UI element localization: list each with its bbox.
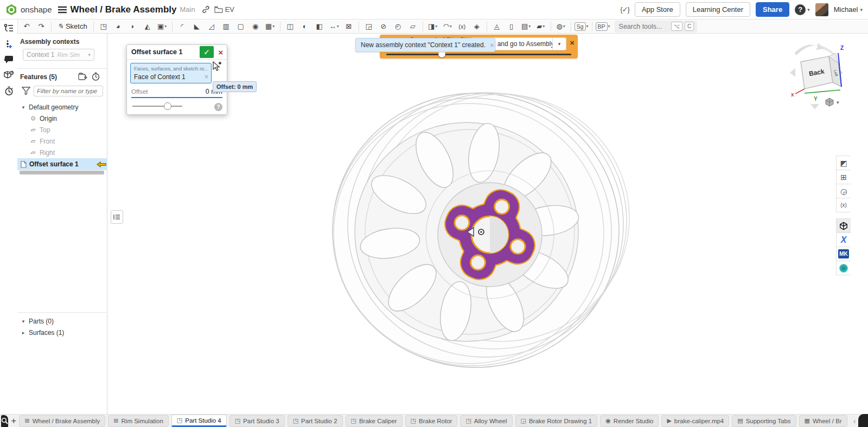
learning-center-button[interactable]: Learning Center [686, 2, 750, 17]
link-icon[interactable] [202, 5, 210, 14]
move-face-icon[interactable]: ◲ [362, 21, 376, 33]
feature-history-icon[interactable] [91, 72, 100, 81]
mirror-icon[interactable]: ◫ [283, 21, 297, 33]
xometry-app-icon[interactable]: X [836, 232, 851, 247]
tree-item-front-plane[interactable]: ▱ Front [17, 135, 119, 147]
share-button[interactable]: Share [756, 2, 789, 17]
thicken-icon[interactable]: ▣▾ [155, 21, 169, 33]
export-icon[interactable]: ▯ [505, 21, 519, 33]
view-options-menu[interactable]: ▾ [825, 98, 839, 107]
dialog-header[interactable]: Offset surface 1 ✓ × [127, 45, 227, 60]
app-store-button[interactable]: App Store [635, 2, 680, 17]
bom-panel-icon[interactable]: ⊞ [836, 170, 851, 184]
transform-icon[interactable]: ↔▾ [327, 21, 341, 33]
derived-icon[interactable]: ◈ [470, 21, 484, 33]
default-geometry-group[interactable]: ▾ Default geometry [17, 101, 111, 113]
folder-breadcrumb[interactable]: EV [214, 5, 234, 14]
learn-panel-icon[interactable]: ? [2, 68, 15, 81]
remove-selection-icon[interactable]: × [205, 73, 208, 81]
feature-list-flyout-button[interactable] [111, 210, 123, 224]
close-context-bar-icon[interactable]: × [570, 38, 575, 47]
faces-selection-box[interactable]: Faces, surfaces, and sketch re... Face o… [130, 63, 212, 83]
sketch-button[interactable]: ✎ Sketch [54, 21, 91, 33]
tab-brake-rotor[interactable]: ◳Brake Rotor [405, 415, 458, 427]
slider-knob[interactable] [164, 102, 171, 110]
boolean-icon[interactable]: ◐ [298, 21, 312, 33]
mate-connector-panel-icon[interactable] [2, 38, 15, 51]
search-tools-input[interactable] [618, 22, 669, 31]
delete-face-icon[interactable]: ⊘ [376, 21, 391, 33]
tree-item-origin[interactable]: ⊙ Origin [17, 113, 119, 124]
split-icon[interactable]: ◧ [312, 21, 327, 33]
avatar[interactable] [815, 3, 828, 16]
curve-tools-icon[interactable]: ◠▾ [441, 21, 455, 33]
tab-wheel-brake-assembly[interactable]: ⊞Wheel / Brake Assembly [19, 415, 105, 427]
help-menu[interactable]: ? ▾ [795, 4, 810, 15]
variables-panel-icon[interactable]: (x) [836, 198, 851, 212]
simulation-app-icon[interactable] [836, 261, 851, 275]
filter-funnel-icon[interactable] [22, 87, 30, 95]
tab-rim-simulation[interactable]: ⊞Rim Simulation [108, 415, 169, 427]
configuration-panel-icon[interactable]: ◶ [836, 184, 851, 198]
linear-pattern-icon[interactable]: ▦▾ [263, 21, 277, 33]
surface-tools-icon[interactable]: ◨▾ [426, 21, 440, 33]
search-tools[interactable]: ⌥ C [615, 21, 698, 33]
revolve-icon[interactable]: ◕ [111, 21, 125, 33]
replace-face-icon[interactable]: ◴ [391, 21, 405, 33]
comments-panel-icon[interactable] [2, 53, 15, 66]
variable-icon[interactable]: (x) [455, 21, 469, 33]
add-tab-button[interactable]: + [10, 416, 17, 426]
draft-icon[interactable]: ◿ [205, 21, 219, 33]
tab-alloy-wheel[interactable]: ◳Alloy Wheel [460, 415, 512, 427]
workspace-name[interactable]: Main [180, 5, 195, 14]
rollback-arrow-icon[interactable] [97, 161, 106, 167]
rib-icon[interactable]: ▥ [219, 21, 233, 33]
insert-folder-icon[interactable] [78, 73, 87, 81]
hole-icon[interactable]: ◉ [248, 21, 263, 33]
tree-item-offset-surface[interactable]: Offset surface 1 [17, 158, 111, 170]
shell-icon[interactable]: ▢ [234, 21, 248, 33]
delete-part-icon[interactable]: ⊠ [342, 21, 356, 33]
prev-tabs-button[interactable]: ‹ [850, 417, 859, 425]
tree-item-top-plane[interactable]: ▱ Top [17, 124, 119, 135]
feature-list-panel-icon[interactable] [2, 22, 15, 35]
confirm-button[interactable]: ✓ [200, 46, 214, 58]
tree-item-right-plane[interactable]: ▱ Right [17, 147, 119, 158]
loft-icon[interactable]: ◭ [141, 21, 155, 33]
redo-button[interactable]: ↷ [34, 21, 48, 33]
offset-surface-icon[interactable]: ▱ [406, 21, 420, 33]
hamburger-menu-icon[interactable] [58, 6, 67, 14]
appearance-panel-icon[interactable]: ◩ [836, 156, 851, 170]
tab-wheel-image[interactable]: ▦Wheel / Br [799, 415, 847, 427]
featurescript-icon[interactable]: {✓} [620, 5, 629, 14]
onshape-logo-icon[interactable] [5, 4, 17, 16]
cancel-button[interactable]: × [215, 46, 227, 58]
tab-part-studio-3[interactable]: ◳Part Studio 3 [229, 415, 285, 427]
rollback-bar[interactable] [20, 171, 104, 174]
tab-brake-caliper-video[interactable]: ▶brake-caliper.mp4 [661, 415, 729, 427]
offset-slider[interactable] [132, 100, 221, 112]
user-menu[interactable]: Michael ▾ [834, 5, 863, 14]
sheet-metal-icon[interactable]: ▰▾ [534, 21, 548, 33]
undo-button[interactable]: ↶ [20, 21, 34, 33]
named-views-panel-icon[interactable] [836, 218, 851, 233]
tab-brake-rotor-drawing-1[interactable]: ◲Brake Rotor Drawing 1 [515, 415, 598, 427]
help-icon[interactable]: ? [214, 103, 222, 111]
tab-part-studio-4[interactable]: ◳Part Studio 4 [171, 415, 227, 427]
tab-brake-caliper[interactable]: ◳Brake Caliper [346, 415, 403, 427]
in-context-icon[interactable]: ◬ [490, 21, 504, 33]
tab-part-studio-2[interactable]: ◳Part Studio 2 [288, 415, 343, 427]
toast-close-icon[interactable]: × [486, 41, 499, 49]
context-select[interactable]: Context 1 Rim Sim ▾ [23, 49, 94, 61]
extrude-icon[interactable]: ◳ [97, 21, 111, 33]
chamfer-icon[interactable]: ◣ [190, 21, 204, 33]
mkcad-app-icon[interactable]: MK [836, 247, 851, 261]
tables-icon[interactable]: ▤▾ [519, 21, 533, 33]
tab-manager-button[interactable] [1, 415, 8, 427]
fillet-icon[interactable]: ◜ [175, 21, 189, 33]
selection-group-button[interactable]: Sg▾ [574, 21, 589, 33]
parts-group[interactable]: ▾ Parts (0) [17, 315, 111, 327]
viewport-3d[interactable]: Offset surface 1 ✓ × Faces, surfaces, an… [107, 34, 868, 414]
tab-render-studio[interactable]: ◉Render Studio [600, 415, 659, 427]
filter-input[interactable] [34, 86, 103, 96]
